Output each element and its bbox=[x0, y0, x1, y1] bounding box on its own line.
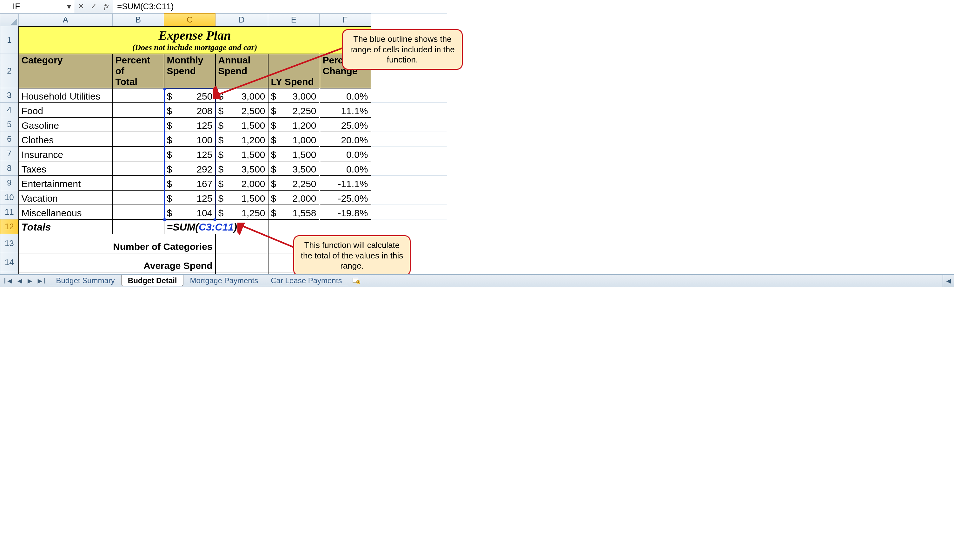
cell-B9[interactable] bbox=[113, 176, 164, 190]
col-header-D[interactable]: D bbox=[215, 14, 268, 26]
cell-A11[interactable]: Miscellaneous bbox=[19, 205, 113, 219]
totals-F[interactable] bbox=[320, 219, 371, 234]
cell-A4[interactable]: Food bbox=[19, 103, 113, 117]
row-header-5[interactable]: 5 bbox=[0, 117, 19, 132]
cell-F7[interactable]: 0.0% bbox=[320, 146, 371, 161]
cell-G3[interactable] bbox=[371, 88, 447, 103]
cell-F9[interactable]: -11.1% bbox=[320, 176, 371, 190]
tab-nav-last[interactable]: ►I bbox=[36, 277, 46, 285]
header-category[interactable]: Category bbox=[19, 54, 113, 88]
cell-D3[interactable]: $3,000 bbox=[215, 88, 268, 103]
col-header-F[interactable]: F bbox=[320, 14, 371, 26]
cell-C9[interactable]: $167 bbox=[164, 176, 215, 190]
cell-B6[interactable] bbox=[113, 132, 164, 146]
cell-F3[interactable]: 0.0% bbox=[320, 88, 371, 103]
row-header-9[interactable]: 9 bbox=[0, 176, 19, 190]
cell-G12[interactable] bbox=[371, 219, 447, 234]
cell-B7[interactable] bbox=[113, 146, 164, 161]
title-cell[interactable]: Expense Plan (Does not include mortgage … bbox=[19, 26, 371, 54]
sheet-tab-budget-detail[interactable]: Budget Detail bbox=[121, 275, 184, 286]
insert-sheet-icon[interactable] bbox=[352, 277, 360, 285]
cell-C5[interactable]: $125 bbox=[164, 117, 215, 132]
header-percent-total[interactable]: Percent ofTotal bbox=[113, 54, 164, 88]
cancel-formula-button[interactable]: ✕ bbox=[77, 2, 85, 11]
cell-G5[interactable] bbox=[371, 117, 447, 132]
cell-F11[interactable]: -19.8% bbox=[320, 205, 371, 219]
col-header-B[interactable]: B bbox=[113, 14, 164, 26]
sheet-tab-mortgage-payments[interactable]: Mortgage Payments bbox=[184, 275, 264, 286]
totals-E[interactable] bbox=[268, 219, 320, 234]
row-header-7[interactable]: 7 bbox=[0, 146, 19, 161]
cell-G10[interactable] bbox=[371, 190, 447, 205]
stats-num[interactable]: Number of Categories bbox=[19, 234, 215, 253]
cell-D13[interactable] bbox=[215, 234, 268, 253]
header-annual[interactable]: AnnualSpend bbox=[215, 54, 268, 88]
active-cell-formula[interactable]: =SUM(C3:C11) bbox=[164, 219, 268, 234]
cell-E6[interactable]: $1,000 bbox=[268, 132, 320, 146]
row-header-10[interactable]: 10 bbox=[0, 190, 19, 205]
sheet-tab-car-lease-payments[interactable]: Car Lease Payments bbox=[264, 275, 348, 286]
row-header-3[interactable]: 3 bbox=[0, 88, 19, 103]
cell-B3[interactable] bbox=[113, 88, 164, 103]
col-header-E[interactable]: E bbox=[268, 14, 320, 26]
cell-G11[interactable] bbox=[371, 205, 447, 219]
header-monthly[interactable]: MonthlySpend bbox=[164, 54, 215, 88]
cell-C10[interactable]: $125 bbox=[164, 190, 215, 205]
cell-E3[interactable]: $3,000 bbox=[268, 88, 320, 103]
cell-B5[interactable] bbox=[113, 117, 164, 132]
cell-D8[interactable]: $3,500 bbox=[215, 161, 268, 176]
cell-D4[interactable]: $2,500 bbox=[215, 103, 268, 117]
cell-B10[interactable] bbox=[113, 190, 164, 205]
cell-G8[interactable] bbox=[371, 161, 447, 176]
cell-C7[interactable]: $125 bbox=[164, 146, 215, 161]
cell-E11[interactable]: $1,558 bbox=[268, 205, 320, 219]
row-header-2[interactable]: 2 bbox=[0, 54, 19, 88]
cell-B11[interactable] bbox=[113, 205, 164, 219]
col-header-A[interactable]: A bbox=[19, 14, 113, 26]
col-header-C[interactable]: C bbox=[164, 14, 215, 26]
row-header-8[interactable]: 8 bbox=[0, 161, 19, 176]
col-header-overflow[interactable] bbox=[371, 14, 447, 26]
cell-E10[interactable]: $2,000 bbox=[268, 190, 320, 205]
cell-C11[interactable]: $104 bbox=[164, 205, 215, 219]
cell-C3[interactable]: $250 bbox=[164, 88, 215, 103]
cell-A9[interactable]: Entertainment bbox=[19, 176, 113, 190]
stats-avg[interactable]: Average Spend bbox=[19, 253, 215, 272]
cell-F8[interactable]: 0.0% bbox=[320, 161, 371, 176]
row-header-13[interactable]: 13 bbox=[0, 234, 19, 253]
cell-C6[interactable]: $100 bbox=[164, 132, 215, 146]
tab-nav-prev[interactable]: ◄ bbox=[15, 277, 24, 285]
totals-label[interactable]: Totals bbox=[19, 219, 113, 234]
select-all-triangle[interactable] bbox=[0, 14, 19, 26]
row-header-6[interactable]: 6 bbox=[0, 132, 19, 146]
cell-A8[interactable]: Taxes bbox=[19, 161, 113, 176]
cell-D5[interactable]: $1,500 bbox=[215, 117, 268, 132]
sheet-tab-budget-summary[interactable]: Budget Summary bbox=[50, 275, 121, 286]
cell-C8[interactable]: $292 bbox=[164, 161, 215, 176]
cell-A6[interactable]: Clothes bbox=[19, 132, 113, 146]
cell-G6[interactable] bbox=[371, 132, 447, 146]
totals-B[interactable] bbox=[113, 219, 164, 234]
header-ly[interactable]: LY Spend bbox=[268, 54, 320, 88]
row-header-11[interactable]: 11 bbox=[0, 205, 19, 219]
cell-E5[interactable]: $1,200 bbox=[268, 117, 320, 132]
cell-G9[interactable] bbox=[371, 176, 447, 190]
row-header-1[interactable]: 1 bbox=[0, 26, 19, 54]
row-header-4[interactable]: 4 bbox=[0, 103, 19, 117]
tab-nav-first[interactable]: I◄ bbox=[3, 277, 14, 285]
cell-B4[interactable] bbox=[113, 103, 164, 117]
cell-B8[interactable] bbox=[113, 161, 164, 176]
cell-A5[interactable]: Gasoline bbox=[19, 117, 113, 132]
cell-D11[interactable]: $1,250 bbox=[215, 205, 268, 219]
cell-A3[interactable]: Household Utilities bbox=[19, 88, 113, 103]
tab-nav-next[interactable]: ► bbox=[25, 277, 34, 285]
cell-D14[interactable] bbox=[215, 253, 268, 272]
formula-input[interactable]: =SUM(C3:C11) bbox=[113, 0, 954, 13]
insert-function-button[interactable]: fx bbox=[102, 2, 111, 11]
cell-F10[interactable]: -25.0% bbox=[320, 190, 371, 205]
cell-A10[interactable]: Vacation bbox=[19, 190, 113, 205]
cell-C4[interactable]: $208 bbox=[164, 103, 215, 117]
name-box-dropdown[interactable]: ▾ bbox=[66, 0, 72, 13]
enter-formula-button[interactable]: ✓ bbox=[89, 2, 98, 11]
name-box[interactable]: IF ▾ bbox=[0, 0, 74, 13]
